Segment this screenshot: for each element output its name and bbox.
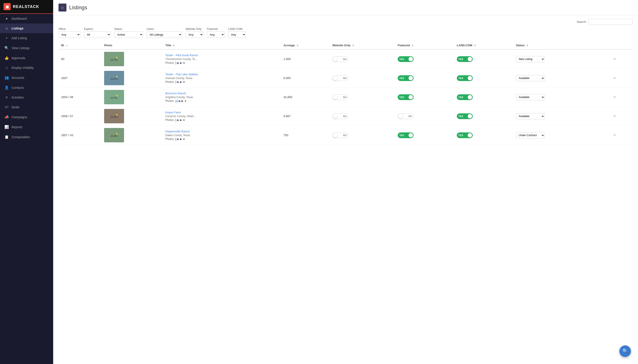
website-only-toggle[interactable]: NO xyxy=(332,75,348,81)
sidebar-item-deals[interactable]: 🏷 Deals xyxy=(0,102,53,112)
expires-filter-select[interactable]: All This Month Next Month xyxy=(84,32,111,38)
row-menu-icon[interactable]: ≡ xyxy=(612,113,617,119)
sidebar-item-activities[interactable]: ≡ Activities xyxy=(0,92,53,102)
cell-featured: YES xyxy=(395,126,454,145)
photos-count-link[interactable]: 5 xyxy=(175,118,177,122)
contacts-icon: 👤 xyxy=(5,86,9,90)
listing-title-link[interactable]: Keyes Farm xyxy=(165,111,278,114)
status-select[interactable]: New ListingAvailableUnder ContractSoldOf… xyxy=(516,132,545,138)
sidebar-item-add-listing[interactable]: + Add Listing xyxy=(0,33,53,43)
sidebar-item-listings[interactable]: ⌂ Listings xyxy=(0,24,53,33)
featured-filter-select[interactable]: Any Yes No xyxy=(207,32,225,38)
col-header-land-com[interactable]: LAND.COM ⇅ xyxy=(454,42,513,49)
website-only-filter-select[interactable]: Any Yes No xyxy=(186,32,203,38)
col-header-title[interactable]: Title ⇅ xyxy=(163,42,281,49)
office-filter-label: Office: xyxy=(59,28,81,30)
land-com-toggle[interactable]: YES xyxy=(457,94,473,100)
listing-title-link[interactable]: Harpersville Ranch xyxy=(165,130,278,133)
col-header-status[interactable]: Status ⇅ xyxy=(513,42,610,49)
status-select[interactable]: New ListingAvailableUnder ContractSoldOf… xyxy=(516,56,545,62)
col-header-website-only[interactable]: Website Only ⇅ xyxy=(330,42,395,49)
office-filter-select[interactable]: Any Office 1 Office 2 xyxy=(59,32,81,38)
photos-count-link[interactable]: 6 xyxy=(175,138,177,140)
sidebar-label-view-listings: View Listings xyxy=(12,46,30,50)
search-input[interactable] xyxy=(588,19,633,25)
status-select[interactable]: New ListingAvailableUnder ContractSoldOf… xyxy=(516,75,545,81)
sidebar-item-comparables[interactable]: 📋 Comparables xyxy=(0,132,53,142)
land-com-toggle[interactable]: YES xyxy=(457,132,473,138)
featured-toggle[interactable]: YES xyxy=(398,75,414,81)
land-com-toggle[interactable]: YES xyxy=(457,113,473,119)
website-only-toggle[interactable]: NO xyxy=(332,132,348,138)
sidebar-item-approvals[interactable]: 👍 Approvals xyxy=(0,53,53,63)
row-menu-icon[interactable]: ≡ xyxy=(612,132,617,138)
acreage-sort-icon: ⇅ xyxy=(297,44,298,47)
table-row: 80 Tester - Pilot Knob RanchThrockmorton… xyxy=(59,49,633,69)
svg-rect-4 xyxy=(110,94,119,100)
sidebar-item-display-visibility[interactable]: ⌂ Display Visibility xyxy=(0,63,53,72)
land-com-filter-label: LAND COM: xyxy=(228,28,246,30)
status-filter-select[interactable]: Active Inactive Pending xyxy=(114,32,143,38)
toggle-label-yes: YES xyxy=(457,96,464,99)
toggle-knob xyxy=(333,95,337,100)
toggle-label-yes: YES xyxy=(457,134,464,137)
cell-actions: ≡ xyxy=(610,69,633,88)
listing-title-link[interactable]: Brochure Ranch xyxy=(165,92,278,95)
website-only-toggle[interactable]: NO xyxy=(332,113,348,119)
svg-point-1 xyxy=(116,57,118,58)
featured-toggle[interactable]: NO xyxy=(398,113,414,119)
status-select[interactable]: New ListingAvailableUnder ContractSoldOf… xyxy=(516,113,545,119)
website-only-toggle[interactable]: NO xyxy=(332,94,348,100)
sidebar: ▣ REALSTACK ● Dashboard ⌂ Listings + Add… xyxy=(0,0,53,364)
row-menu-icon[interactable]: ≡ xyxy=(612,94,617,100)
page-header: ⌂ Listings xyxy=(53,0,638,15)
row-menu-icon[interactable]: ≡ xyxy=(612,56,617,62)
land-com-filter-group: LAND COM: Any Yes No xyxy=(228,28,246,38)
featured-toggle[interactable]: YES xyxy=(398,132,414,138)
toggle-label-yes: YES xyxy=(398,57,405,61)
svg-point-9 xyxy=(116,133,118,134)
featured-toggle[interactable]: YES xyxy=(398,94,414,100)
website-only-toggle[interactable]: NO xyxy=(332,56,348,62)
sidebar-item-accounts[interactable]: 👥 Accounts xyxy=(0,72,53,82)
cell-title: Harpersville RanchDallas County, TexasPh… xyxy=(163,126,281,145)
land-com-toggle[interactable]: YES xyxy=(457,75,473,81)
sidebar-item-contacts[interactable]: 👤 Contacts xyxy=(0,82,53,92)
col-header-featured[interactable]: Featured ⇅ xyxy=(395,42,454,49)
home-button[interactable]: ⌂ xyxy=(59,4,67,12)
photos-count-link[interactable]: 4 xyxy=(175,80,177,84)
users-filter-select[interactable]: All Listings My Listings xyxy=(147,32,182,38)
view-listings-icon: 🔍 xyxy=(5,46,9,50)
expires-filter-group: Expires: All This Month Next Month xyxy=(84,28,111,38)
featured-toggle[interactable]: YES xyxy=(398,56,414,62)
cell-actions: ≡ xyxy=(610,88,633,107)
cell-photo xyxy=(102,88,163,107)
id-sort-icon: ▲ xyxy=(66,44,68,47)
deals-icon: 🏷 xyxy=(5,105,9,109)
expires-filter-label: Expires: xyxy=(84,28,111,30)
col-header-acreage[interactable]: Acreage ⇅ xyxy=(281,42,330,49)
row-menu-icon[interactable]: ≡ xyxy=(612,75,617,81)
listing-photo xyxy=(104,90,124,104)
svg-rect-0 xyxy=(110,56,119,62)
photos-count-link[interactable]: 20 xyxy=(175,100,178,102)
sidebar-item-campaigns[interactable]: 📣 Campaigns xyxy=(0,112,53,122)
toggle-knob xyxy=(333,76,337,80)
listing-title-link[interactable]: Tester - Flat Lake Stables xyxy=(165,72,278,76)
svg-point-3 xyxy=(116,76,118,78)
status-select[interactable]: New ListingAvailableUnder ContractSoldOf… xyxy=(516,94,545,100)
toggle-knob xyxy=(408,133,413,138)
land-com-toggle[interactable]: YES xyxy=(457,56,473,62)
search-row: Search: xyxy=(59,19,633,25)
cell-acreage: 6,000 xyxy=(281,69,330,88)
photos-count-link[interactable]: 5 xyxy=(175,61,177,64)
col-header-id[interactable]: ID ▲ xyxy=(59,42,102,49)
listing-title-link[interactable]: Tester - Pilot Knob Ranch xyxy=(165,54,278,57)
toggle-knob xyxy=(398,114,403,118)
sidebar-item-dashboard[interactable]: ● Dashboard xyxy=(0,14,53,24)
fab-search-button[interactable]: 🔍 xyxy=(619,346,631,357)
col-header-actions xyxy=(610,42,633,49)
sidebar-item-view-listings[interactable]: 🔍 View Listings xyxy=(0,43,53,53)
land-com-filter-select[interactable]: Any Yes No xyxy=(228,32,246,38)
sidebar-item-reports[interactable]: 📊 Reports xyxy=(0,122,53,132)
